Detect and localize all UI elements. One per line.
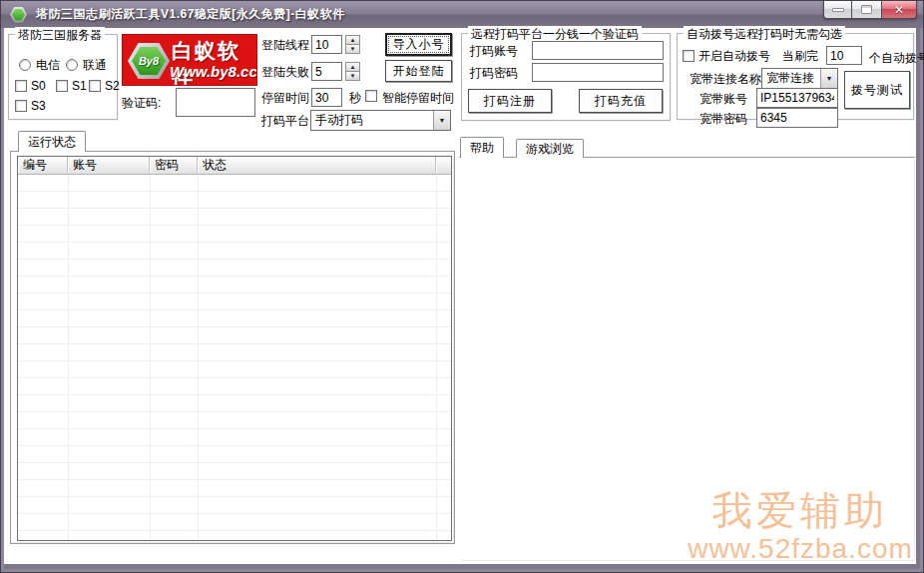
listview-header: 编号 账号 密码 状态	[18, 157, 451, 175]
radio-telecom[interactable]	[19, 59, 31, 71]
smart-stay-label: 智能停留时间	[382, 91, 454, 105]
captcha-account-label: 打码账号	[470, 44, 518, 58]
login-fail-label: 登陆失败	[261, 65, 309, 79]
broadband-password-label: 宽带密码	[699, 112, 747, 126]
radio-unicom-label: 联通	[83, 58, 107, 72]
spin-down-icon[interactable]: ▼	[345, 72, 360, 81]
column-header-status[interactable]: 状态	[198, 157, 436, 175]
radio-unicom[interactable]	[66, 59, 78, 71]
app-hexagon-icon	[10, 7, 27, 23]
checkbox-s2[interactable]	[89, 80, 101, 92]
captcha-account-input[interactable]	[532, 41, 664, 60]
maximize-button[interactable]	[852, 1, 881, 19]
captcha-register-button[interactable]: 打码注册	[468, 89, 552, 113]
accounts-listview[interactable]: 编号 账号 密码 状态	[17, 156, 452, 541]
by8-logo: By8 白蚁软件 Www.by8.cc	[122, 34, 257, 86]
captcha-password-label: 打码密码	[470, 66, 518, 80]
by8-badge: By8	[139, 55, 159, 67]
column-header-id[interactable]: 编号	[18, 157, 68, 175]
captcha-password-input[interactable]	[532, 63, 664, 82]
spin-down-icon[interactable]: ▼	[345, 45, 360, 54]
broadband-account-input[interactable]	[756, 88, 838, 108]
broadband-name-value: 宽带连接	[762, 69, 820, 88]
window-title: 塔防三国志刷活跃工具V1.67稳定版[永久免费]-白蚁软件	[36, 6, 345, 23]
enable-auto-dial-checkbox[interactable]	[683, 50, 694, 62]
start-login-button[interactable]: 开始登陆	[385, 60, 452, 82]
broadband-name-select[interactable]: 宽带连接 ▼	[761, 68, 838, 89]
enable-auto-dial-label: 开启自动拨号	[698, 49, 770, 63]
chevron-down-icon[interactable]: ▼	[433, 111, 450, 130]
after-finish-label: 当刷完	[782, 49, 818, 63]
stay-time-unit: 秒	[349, 91, 361, 105]
auto-dial-groupbox: 自动拨号远程打码时无需勾选 开启自动拨号 当刷完 个自动拨号 宽带连接名称 宽带…	[677, 33, 914, 120]
spin-up-icon[interactable]: ▲	[345, 62, 360, 72]
maximize-icon	[861, 5, 872, 14]
checkbox-s0-label: S0	[31, 79, 46, 93]
login-fail-spinner: ▲ ▼	[345, 62, 360, 81]
captcha-platform-select[interactable]: 手动打码 ▼	[310, 110, 451, 131]
dial-count-input[interactable]	[826, 46, 862, 65]
logo-url: Www.by8.cc	[170, 63, 257, 80]
column-header-password[interactable]: 密码	[150, 157, 198, 175]
spin-up-icon[interactable]: ▲	[345, 35, 360, 45]
checkbox-s3-label: S3	[31, 99, 46, 113]
checkbox-s1[interactable]	[56, 80, 68, 92]
stay-time-label: 停留时间	[261, 91, 309, 105]
broadband-name-label: 宽带连接名称	[690, 72, 761, 86]
titlebar[interactable]: 塔防三国志刷活跃工具V1.67稳定版[永久免费]-白蚁软件	[1, 1, 923, 28]
captcha-platform-label: 打码平台	[261, 114, 309, 128]
tab-game-browser[interactable]: 游戏浏览	[516, 139, 584, 158]
dial-count-suffix: 个自动拨号	[869, 51, 924, 65]
checkbox-s2-label: S2	[105, 79, 120, 93]
app-window: 塔防三国志刷活跃工具V1.67稳定版[永久免费]-白蚁软件 ✕ 塔防三国服务器 …	[0, 0, 924, 573]
login-thread-label: 登陆线程	[261, 38, 309, 52]
captcha-platform-value: 手动打码	[311, 111, 433, 130]
import-accounts-button[interactable]: 导入小号	[385, 33, 452, 56]
login-fail-input[interactable]	[311, 62, 342, 81]
dial-group-title: 自动拨号远程打码时无需勾选	[684, 26, 845, 43]
login-thread-input[interactable]	[311, 35, 342, 54]
help-tabpage	[459, 157, 915, 561]
server-group-title: 塔防三国服务器	[15, 27, 105, 44]
login-thread-spinner: ▲ ▼	[345, 35, 360, 54]
checkbox-s1-label: S1	[72, 79, 87, 93]
captcha-code-label: 验证码:	[122, 96, 161, 110]
minimize-button[interactable]	[823, 1, 852, 19]
chevron-down-icon[interactable]: ▼	[820, 69, 837, 88]
close-icon: ✕	[894, 4, 904, 16]
dial-test-button[interactable]: 拨号测试	[844, 71, 910, 109]
column-header-filler	[436, 157, 451, 175]
close-button[interactable]: ✕	[881, 1, 917, 19]
remote-captcha-groupbox: 远程打码平台一分钱一个验证码 打码账号 打码密码 打码注册 打码充值	[461, 33, 671, 121]
broadband-account-label: 宽带账号	[699, 92, 747, 106]
radio-telecom-label: 电信	[36, 58, 60, 72]
server-groupbox: 塔防三国服务器 电信 联通 S0 S1 S2 S3	[8, 34, 118, 120]
broadband-password-input[interactable]	[756, 108, 838, 128]
minimize-icon	[832, 8, 844, 12]
captcha-code-input[interactable]	[176, 88, 255, 117]
tab-help[interactable]: 帮助	[460, 137, 504, 158]
smart-stay-checkbox[interactable]	[365, 90, 377, 102]
window-controls: ✕	[823, 1, 917, 19]
captcha-recharge-button[interactable]: 打码充值	[579, 89, 663, 113]
checkbox-s3[interactable]	[15, 100, 27, 112]
stay-time-input[interactable]	[311, 88, 342, 107]
checkbox-s0[interactable]	[15, 80, 27, 92]
tab-run-status[interactable]: 运行状态	[18, 131, 86, 152]
listview-body[interactable]	[18, 175, 451, 540]
column-header-account[interactable]: 账号	[68, 157, 150, 175]
